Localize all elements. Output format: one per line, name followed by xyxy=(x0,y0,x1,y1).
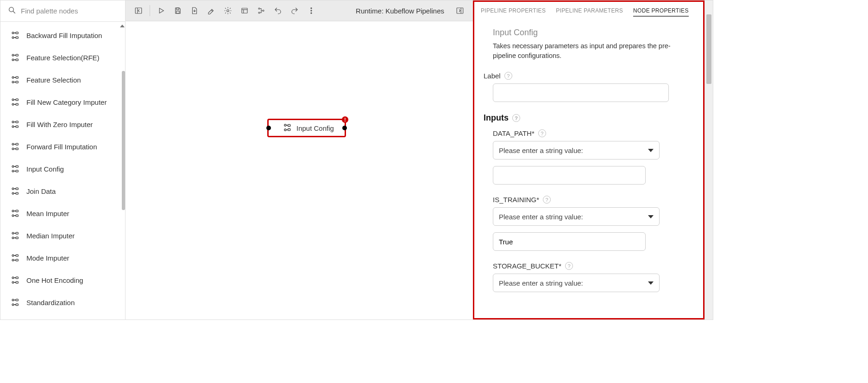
node-properties-title: Input Config xyxy=(493,28,693,38)
data-path-mode-select[interactable]: Please enter a string value: xyxy=(493,141,660,160)
help-icon[interactable]: ? xyxy=(565,262,573,270)
help-icon[interactable]: ? xyxy=(512,114,520,122)
canvas-node-input-config[interactable]: Input Config xyxy=(267,119,346,137)
svg-rect-36 xyxy=(16,210,18,212)
palette-item[interactable]: Forward Fill Imputation xyxy=(0,136,125,158)
help-icon[interactable]: ? xyxy=(543,196,551,204)
run-button[interactable] xyxy=(154,3,169,18)
help-icon[interactable]: ? xyxy=(538,129,546,137)
more-button[interactable] xyxy=(304,3,319,18)
svg-rect-21 xyxy=(16,126,18,128)
palette-item[interactable]: Fill New Category Imputer xyxy=(0,91,125,114)
tab-pipeline-parameters[interactable]: PIPELINE PARAMETERS xyxy=(556,6,623,17)
svg-rect-20 xyxy=(16,121,18,123)
settings-button[interactable] xyxy=(220,3,235,18)
palette-item[interactable]: Feature Selection(RFE) xyxy=(0,47,125,69)
palette-item[interactable]: Standardization xyxy=(0,292,125,314)
chevron-down-icon xyxy=(648,215,654,218)
svg-point-18 xyxy=(12,121,14,123)
export-button[interactable] xyxy=(187,3,202,18)
node-icon xyxy=(283,123,292,134)
label-input[interactable] xyxy=(493,83,669,102)
node-input-port[interactable] xyxy=(266,126,271,130)
palette-search-input[interactable] xyxy=(21,7,118,15)
svg-rect-75 xyxy=(288,128,290,130)
svg-rect-44 xyxy=(16,255,18,256)
svg-point-68 xyxy=(311,10,312,11)
node-type-icon xyxy=(11,120,20,130)
help-icon[interactable]: ? xyxy=(504,72,512,80)
properties-tabs: PIPELINE PROPERTIES PIPELINE PARAMETERS … xyxy=(474,2,703,19)
palette-scroll-thumb[interactable] xyxy=(122,71,125,210)
palette-item-label: Join Data xyxy=(26,187,56,196)
node-label: Input Config xyxy=(296,124,334,132)
clear-button[interactable] xyxy=(204,3,219,18)
palette-item[interactable]: One Hot Encoding xyxy=(0,269,125,292)
node-type-icon xyxy=(11,53,20,64)
svg-rect-25 xyxy=(16,148,18,150)
svg-point-50 xyxy=(12,299,14,301)
svg-rect-53 xyxy=(16,304,18,306)
svg-rect-33 xyxy=(16,192,18,194)
palette-item-label: Median Imputer xyxy=(26,232,75,241)
redo-button[interactable] xyxy=(287,3,302,18)
svg-point-15 xyxy=(12,103,14,105)
palette-item[interactable]: Median Imputer xyxy=(0,225,125,247)
svg-rect-13 xyxy=(16,81,18,83)
arrange-button[interactable] xyxy=(254,3,269,18)
tab-pipeline-properties[interactable]: PIPELINE PROPERTIES xyxy=(481,6,546,17)
panel-toggle-right-button[interactable] xyxy=(453,3,467,18)
palette-item-label: Standardization xyxy=(26,299,75,307)
svg-point-14 xyxy=(12,99,14,101)
palette-item[interactable]: Input Config xyxy=(0,158,125,180)
svg-point-67 xyxy=(311,8,312,9)
palette-item-label: Mode Imputer xyxy=(26,254,69,263)
svg-rect-5 xyxy=(16,37,18,38)
data-path-input[interactable] xyxy=(493,166,646,185)
scroll-up-arrow-icon[interactable] xyxy=(120,25,125,27)
svg-point-10 xyxy=(12,77,14,78)
inputs-section-header: Inputs ? xyxy=(484,113,693,123)
palette-item[interactable]: Feature Selection xyxy=(0,69,125,91)
svg-point-38 xyxy=(12,232,14,234)
palette-item-label: Fill With Zero Imputer xyxy=(26,121,93,129)
is-training-mode-select[interactable]: Please enter a string value: xyxy=(493,207,660,226)
node-type-icon xyxy=(11,253,20,264)
data-path-label: DATA_PATH* ? xyxy=(493,129,693,137)
palette-item[interactable]: Mean Imputer xyxy=(0,203,125,225)
is-training-input[interactable] xyxy=(493,232,646,251)
node-type-icon xyxy=(11,75,20,86)
svg-rect-40 xyxy=(16,232,18,234)
palette-item-label: Feature Selection xyxy=(26,76,81,85)
palette-scrollbar[interactable] xyxy=(121,25,125,319)
svg-point-3 xyxy=(12,37,14,38)
svg-point-64 xyxy=(258,8,260,9)
palette-item[interactable]: Backward Fill Imputation xyxy=(0,25,125,47)
tab-node-properties[interactable]: NODE PROPERTIES xyxy=(633,6,689,17)
svg-rect-74 xyxy=(288,124,290,126)
pipeline-canvas[interactable]: Input Config xyxy=(126,21,473,319)
node-properties-description: Takes necessary parameters as input and … xyxy=(493,41,678,61)
svg-rect-48 xyxy=(16,277,18,279)
open-editor-button[interactable] xyxy=(237,3,252,18)
node-output-port[interactable] xyxy=(342,126,347,130)
palette-item-label: Forward Fill Imputation xyxy=(26,143,97,152)
node-type-icon xyxy=(11,142,20,153)
svg-point-19 xyxy=(12,126,14,128)
svg-point-73 xyxy=(284,129,286,131)
storage-bucket-mode-select[interactable]: Please enter a string value: xyxy=(493,274,660,292)
search-icon xyxy=(8,6,16,16)
undo-button[interactable] xyxy=(270,3,285,18)
svg-point-69 xyxy=(311,13,312,13)
main-scroll-thumb[interactable] xyxy=(706,14,711,84)
palette-list: Backward Fill Imputation Feature Selecti… xyxy=(0,22,125,319)
svg-rect-29 xyxy=(16,170,18,172)
palette-item[interactable]: Mode Imputer xyxy=(0,247,125,269)
svg-line-1 xyxy=(13,11,15,13)
svg-point-72 xyxy=(284,124,286,126)
save-button[interactable] xyxy=(170,3,185,18)
palette-item[interactable]: Join Data xyxy=(0,180,125,203)
panel-toggle-left-button[interactable] xyxy=(131,3,146,18)
palette-item[interactable]: Fill With Zero Imputer xyxy=(0,114,125,136)
main-scrollbar[interactable] xyxy=(704,0,713,319)
